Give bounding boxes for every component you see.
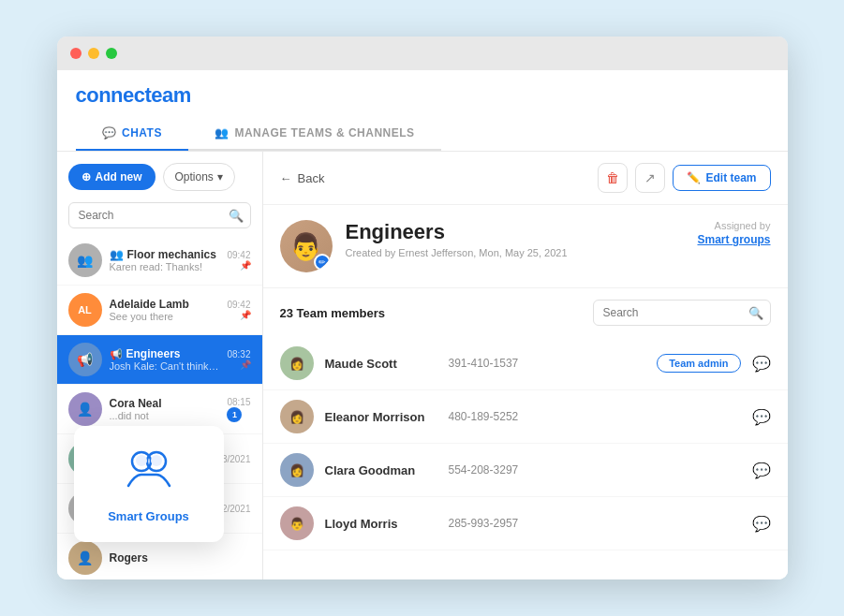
chat-icon[interactable]: 💬 — [752, 408, 771, 426]
search-icon: 🔍 — [748, 306, 763, 320]
avatar: AL — [68, 293, 102, 327]
chat-meta: 09:42 📌 — [227, 250, 250, 271]
sidebar-toolbar: ⊕ Add new Options ▾ — [57, 152, 262, 202]
main-header: ← Back 🗑 ↗ ✏️ Edit team — [263, 152, 788, 205]
delete-button[interactable]: 🗑 — [598, 163, 628, 193]
avatar: 👩 — [280, 453, 314, 487]
chat-item-floor-mechanics[interactable]: 👥 👥 Floor mechanics Karen read: Thanks! … — [57, 236, 262, 286]
pin-icon: 📌 — [227, 260, 250, 271]
member-name: Eleanor Morrison — [325, 410, 437, 424]
chevron-down-icon: ▾ — [217, 170, 223, 183]
pin-icon: 📌 — [227, 359, 250, 370]
team-name: Engineers — [346, 220, 685, 244]
chat-name: 👥 Floor mechanics — [110, 248, 220, 261]
member-phone: 391-410-1537 — [449, 357, 646, 370]
chat-meta: 08:32 📌 — [227, 349, 250, 370]
team-info-section: 👨 ✏ Engineers Created by Ernest Jefferso… — [263, 205, 788, 288]
back-arrow-icon: ← — [280, 171, 292, 185]
avatar: 👤 — [68, 392, 102, 426]
minimize-dot[interactable] — [88, 48, 99, 59]
members-count: 23 Team members — [280, 306, 386, 320]
search-icon: 🔍 — [229, 209, 244, 223]
members-header: 23 Team members 🔍 — [263, 288, 788, 337]
manage-tab-icon: 👥 — [215, 126, 230, 139]
app-tabs: 💬 CHATS 👥 MANAGE TEAMS & CHANNELS — [76, 117, 769, 151]
member-item-eleanor: 👩 Eleanor Morrison 480-189-5252 💬 — [263, 390, 788, 444]
member-item-clara: 👩 Clara Goodman 554-208-3297 💬 — [263, 444, 788, 497]
chat-info: 📢 Engineers Josh Kale: Can't think of an… — [110, 347, 220, 372]
close-dot[interactable] — [70, 48, 81, 59]
pin-icon: 📌 — [227, 310, 250, 320]
app-logo: connecteam — [76, 83, 769, 108]
app-body-wrapper: ⊕ Add new Options ▾ 🔍 — [57, 152, 788, 579]
sidebar-search-input[interactable] — [68, 202, 251, 228]
chat-icon[interactable]: 💬 — [752, 355, 771, 373]
member-phone: 285-993-2957 — [449, 517, 741, 530]
chat-name: Rogers — [110, 551, 244, 565]
app-container: connecteam 💬 CHATS 👥 MANAGE TEAMS & CHAN… — [57, 70, 788, 579]
chat-info: Cora Neal ...did not — [110, 397, 220, 421]
chat-item-adelaide[interactable]: AL Adelaide Lamb See you there 09:42 📌 — [57, 286, 262, 335]
smart-groups-link[interactable]: Smart groups — [697, 233, 770, 246]
plus-icon: ⊕ — [81, 170, 91, 183]
members-section: 23 Team members 🔍 👩 Maude Scott — [263, 288, 788, 579]
edit-team-button[interactable]: ✏️ Edit team — [673, 165, 770, 191]
chat-time: 09:42 — [227, 250, 250, 260]
chat-time: 08:15 — [227, 397, 250, 407]
member-phone: 554-208-3297 — [449, 463, 741, 477]
chat-preview: Karen read: Thanks! — [110, 261, 220, 272]
chat-preview: Josh Kale: Can't think of any — [110, 360, 220, 372]
chat-name: Adelaide Lamb — [110, 298, 220, 311]
assigned-label: Assigned by — [697, 220, 770, 231]
megaphone-icon: 📢 — [110, 348, 123, 360]
avatar: 📢 — [68, 343, 102, 376]
browser-titlebar — [57, 37, 788, 70]
member-name: Maude Scott — [325, 357, 437, 371]
tab-manage-teams[interactable]: 👥 MANAGE TEAMS & CHANNELS — [188, 117, 441, 151]
avatar: 👥 — [68, 243, 102, 277]
members-search-container: 🔍 — [593, 300, 771, 326]
member-item-maude: 👩 Maude Scott 391-410-1537 Team admin 💬 — [263, 337, 788, 390]
assigned-section: Assigned by Smart groups — [697, 220, 770, 246]
chat-preview: ...did not — [110, 410, 220, 421]
member-item-lloyd: 👨 Lloyd Morris 285-993-2957 💬 — [263, 497, 788, 550]
chat-item-engineers[interactable]: 📢 📢 Engineers Josh Kale: Can't think of … — [57, 335, 262, 385]
group-icon: 👥 — [110, 248, 124, 261]
chat-info: Rogers — [110, 551, 244, 565]
chat-info: 👥 Floor mechanics Karen read: Thanks! — [110, 248, 220, 272]
export-button[interactable]: ↗ — [635, 163, 665, 193]
chats-tab-icon: 💬 — [102, 126, 117, 139]
smart-groups-label: Smart Groups — [108, 509, 189, 523]
team-avatar: 👨 ✏ — [280, 220, 333, 272]
member-name: Clara Goodman — [325, 463, 437, 477]
smart-groups-icon — [121, 445, 177, 500]
edit-icon: ✏️ — [687, 171, 701, 184]
app-header: connecteam 💬 CHATS 👥 MANAGE TEAMS & CHAN… — [57, 70, 788, 152]
chat-meta: 08:15 1 — [227, 397, 250, 422]
tab-chats[interactable]: 💬 CHATS — [76, 117, 188, 151]
export-icon: ↗ — [644, 170, 656, 185]
chat-icon[interactable]: 💬 — [752, 462, 771, 479]
avatar: 👩 — [280, 400, 314, 433]
avatar: 👨 — [280, 506, 314, 540]
options-button[interactable]: Options ▾ — [163, 163, 235, 191]
chat-name: 📢 Engineers — [110, 347, 220, 360]
member-phone: 480-189-5252 — [449, 410, 741, 423]
smart-groups-card: Smart Groups — [74, 426, 224, 542]
chat-info: Adelaide Lamb See you there — [110, 298, 220, 322]
chat-time: 08:32 — [227, 349, 250, 359]
trash-icon: 🗑 — [606, 170, 619, 185]
chat-name: Cora Neal — [110, 397, 220, 410]
back-button[interactable]: ← Back — [280, 171, 325, 185]
main-content: ← Back 🗑 ↗ ✏️ Edit team — [263, 152, 788, 579]
svg-point-2 — [136, 455, 147, 466]
avatar: 👤 — [68, 541, 102, 575]
members-search-input[interactable] — [593, 300, 771, 326]
team-created: Created by Ernest Jefferson, Mon, May 25… — [346, 247, 685, 258]
chat-icon[interactable]: 💬 — [752, 515, 771, 533]
avatar: 👩 — [280, 346, 314, 380]
add-new-button[interactable]: ⊕ Add new — [68, 164, 155, 190]
maximize-dot[interactable] — [106, 48, 117, 59]
member-name: Lloyd Morris — [325, 517, 437, 531]
chat-meta: 09:42 📌 — [227, 300, 250, 320]
